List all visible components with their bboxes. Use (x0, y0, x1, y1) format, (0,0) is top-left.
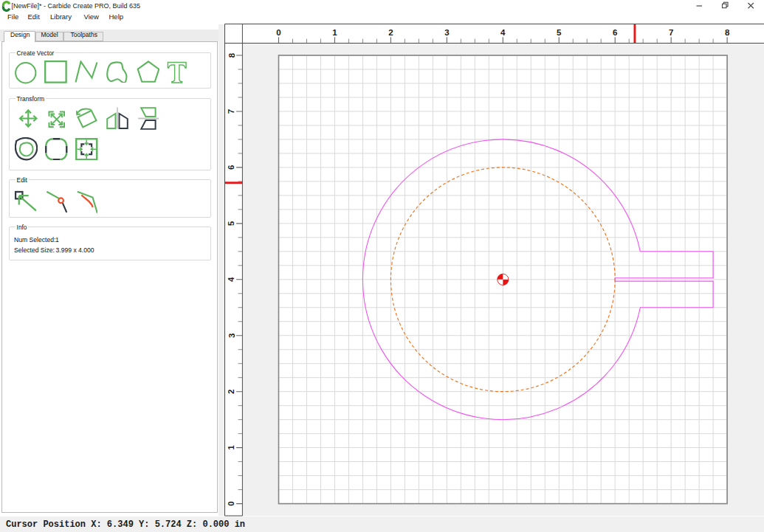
svg-text:0: 0 (276, 28, 281, 37)
svg-text:3: 3 (444, 28, 449, 37)
svg-text:2: 2 (388, 28, 393, 37)
svg-text:7: 7 (227, 109, 236, 114)
svg-text:6: 6 (227, 165, 236, 170)
svg-text:8: 8 (725, 28, 730, 37)
svg-text:1: 1 (227, 445, 236, 450)
svg-text:4: 4 (227, 277, 236, 282)
svg-text:2: 2 (227, 389, 236, 393)
svg-text:7: 7 (669, 28, 673, 37)
svg-text:4: 4 (500, 28, 506, 37)
svg-text:6: 6 (613, 28, 617, 37)
svg-text:5: 5 (557, 28, 562, 37)
svg-text:5: 5 (227, 221, 236, 226)
svg-text:1: 1 (332, 28, 337, 37)
svg-text:0: 0 (227, 501, 236, 505)
svg-text:8: 8 (227, 52, 236, 58)
svg-text:3: 3 (227, 334, 236, 338)
